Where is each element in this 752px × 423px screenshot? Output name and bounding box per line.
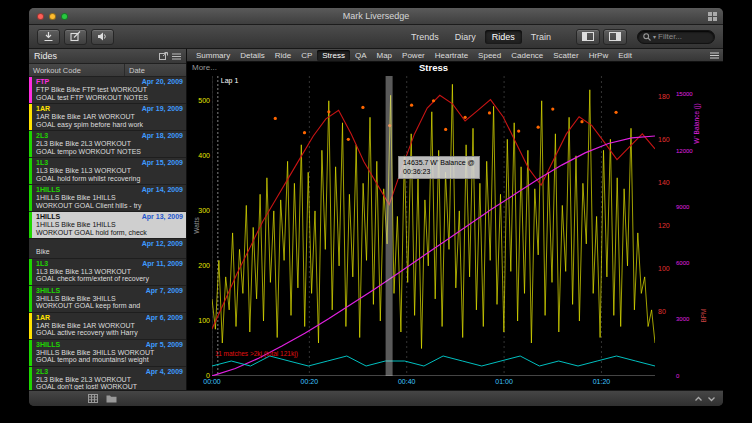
column-date[interactable]: Date	[125, 66, 186, 75]
analysis-tab-scatter[interactable]: Scatter	[548, 50, 583, 61]
ride-description: 2L3 Bike Bike 2L3 WORKOUT	[36, 140, 183, 148]
ride-entry[interactable]: 2L3Apr 18, 20092L3 Bike Bike 2L3 WORKOUT…	[29, 131, 186, 158]
ride-color-bar	[29, 212, 32, 238]
ride-entry[interactable]: Apr 12, 2009Bike	[29, 239, 186, 259]
ride-code: 3HILLS	[36, 287, 60, 295]
scroll-up-icon[interactable]	[694, 395, 703, 403]
column-workout-code[interactable]: Workout Code	[29, 64, 125, 76]
ride-description: 3HILLS Bike Bike 3HILLS	[36, 295, 183, 303]
sidebar-menu-icon[interactable]	[172, 53, 181, 60]
ride-color-bar	[29, 286, 32, 312]
ride-list-header: Workout Code Date	[29, 64, 186, 77]
hr-tick-label: 100	[658, 265, 678, 272]
tooltip-time: 00:36:23	[403, 168, 474, 177]
ride-entry[interactable]: 3HILLSApr 7, 20093HILLS Bike Bike 3HILLS…	[29, 286, 186, 313]
analysis-tab-stress[interactable]: Stress	[317, 50, 350, 61]
scroll-down-icon[interactable]	[707, 395, 716, 403]
ride-description: 1HILLS Bike Bike 1HILLS	[36, 194, 183, 202]
ride-description: GOAL don't get lost! WORKOUT	[36, 383, 183, 390]
titlebar[interactable]: Mark Liversedge	[29, 8, 723, 25]
ride-date: Apr 18, 2009	[142, 132, 183, 140]
ride-description: GOAL test FTP WORKOUT NOTES	[36, 94, 183, 102]
analysis-tab-map[interactable]: Map	[372, 50, 398, 61]
download-activity-button[interactable]	[37, 29, 60, 45]
ride-entry[interactable]: FTPApr 20, 2009FTP Bike Bike FTP test WO…	[29, 77, 186, 104]
ride-date: Apr 7, 2009	[146, 287, 183, 295]
view-tab-train[interactable]: Train	[524, 30, 558, 44]
sidebar-right-icon	[609, 32, 621, 41]
grid-view-icon[interactable]	[88, 394, 98, 403]
ride-color-bar	[29, 340, 32, 366]
ride-date: Apr 12, 2009	[142, 240, 183, 248]
view-tab-diary[interactable]: Diary	[448, 30, 483, 44]
toggle-lowbar-button[interactable]	[603, 29, 627, 45]
ride-description: GOAL check form/extent of recovery	[36, 275, 183, 283]
analysis-tab-speed[interactable]: Speed	[473, 50, 506, 61]
analysis-tab-power[interactable]: Power	[397, 50, 430, 61]
analysis-tab-details[interactable]: Details	[235, 50, 269, 61]
view-tab-rides[interactable]: Rides	[485, 30, 522, 44]
app-window: Mark Liversedge TrendsDiaryRidesTrain ▾	[29, 8, 723, 406]
stress-chart[interactable]: More... Stress Lap 1 Watts BPM W' Balanc…	[187, 62, 723, 390]
toggle-sidebar-button[interactable]	[576, 29, 600, 45]
sidebar: Rides Workout Code Date FTPApr 20, 2009F…	[29, 49, 187, 390]
search-icon	[643, 33, 651, 41]
ride-date: Apr 4, 2009	[146, 368, 183, 376]
ride-code: 2L3	[36, 132, 48, 140]
view-tabs: TrendsDiaryRidesTrain	[404, 30, 558, 44]
ride-entry[interactable]: 1ARApr 6, 20091AR Bike Bike 1AR WORKOUTG…	[29, 313, 186, 340]
ride-color-bar	[29, 367, 32, 391]
ride-date: Apr 6, 2009	[146, 314, 183, 322]
filter-box[interactable]: ▾	[637, 30, 715, 44]
power-tick-label: 100	[188, 317, 210, 324]
toolbar-toggle-icon[interactable]	[708, 12, 717, 21]
toolbar: TrendsDiaryRidesTrain ▾	[29, 25, 723, 49]
manual-activity-button[interactable]	[64, 29, 87, 45]
analysis-tab-ride[interactable]: Ride	[270, 50, 296, 61]
analysis-tab-edit[interactable]: Edit	[613, 50, 637, 61]
ride-entry[interactable]: 1ARApr 19, 20091AR Bike Bike 1AR WORKOUT…	[29, 104, 186, 131]
filter-input[interactable]	[658, 32, 709, 41]
ride-date: Apr 19, 2009	[142, 105, 183, 113]
x-tick-label: 01:20	[586, 378, 616, 385]
hr-tick-label: 120	[658, 222, 678, 229]
ride-entry[interactable]: 2L3Apr 4, 20092L3 Bike Bike 2L3 WORKOUTG…	[29, 367, 186, 391]
analysis-tab-hrpw[interactable]: HrPw	[584, 50, 614, 61]
ride-entry[interactable]: 3HILLSApr 5, 20093HILLS Bike Bike 3HILLS…	[29, 340, 186, 367]
analysis-tab-summary[interactable]: Summary	[191, 50, 235, 61]
folder-icon[interactable]	[106, 394, 117, 403]
ride-entry[interactable]: 1L3Apr 11, 20091L3 Bike Bike 1L3 WORKOUT…	[29, 259, 186, 286]
plot-canvas[interactable]	[212, 76, 655, 376]
ride-date: Apr 13, 2009	[142, 213, 183, 221]
ride-description: 1AR Bike Bike 1AR WORKOUT	[36, 113, 183, 121]
analysis-tab-cp[interactable]: CP	[296, 50, 317, 61]
ride-description: WORKOUT GOAL hold form, check	[36, 229, 183, 237]
ride-description: 1HILLS Bike Bike 1HILLS	[36, 221, 183, 229]
audio-button[interactable]	[91, 29, 114, 45]
ride-entry[interactable]: 1HILLSApr 14, 20091HILLS Bike Bike 1HILL…	[29, 185, 186, 212]
window-title: Mark Liversedge	[29, 11, 723, 21]
hr-tick-label: 80	[658, 308, 678, 315]
analysis-area: SummaryDetailsRideCPStressQAMapPowerHear…	[187, 49, 723, 390]
wbal-tick-label: 12000	[676, 148, 702, 154]
ride-color-bar	[29, 259, 32, 285]
analysis-tab-heartrate[interactable]: Heartrate	[430, 50, 473, 61]
analysis-tab-qa[interactable]: QA	[350, 50, 372, 61]
status-bar	[29, 390, 723, 406]
ride-color-bar	[29, 104, 32, 130]
sidebar-popout-icon[interactable]	[159, 52, 168, 60]
ride-entry[interactable]: 1L3Apr 15, 20091L3 Bike Bike 1L3 WORKOUT…	[29, 158, 186, 185]
speaker-icon	[97, 31, 108, 42]
search-scope-caret-icon[interactable]: ▾	[653, 33, 656, 40]
ride-description: GOAL easy spim before hard work	[36, 121, 183, 129]
ride-description: GOAL tempo and mountains! weight	[36, 356, 183, 364]
ride-date: Apr 11, 2009	[142, 260, 183, 268]
view-tab-trends[interactable]: Trends	[404, 30, 446, 44]
ride-date: Apr 20, 2009	[142, 78, 183, 86]
analysis-tab-cadence[interactable]: Cadence	[506, 50, 548, 61]
chart-menu-icon[interactable]	[710, 52, 719, 59]
ride-date: Apr 5, 2009	[146, 341, 183, 349]
ride-entry[interactable]: 1HILLSApr 13, 20091HILLS Bike Bike 1HILL…	[29, 212, 186, 239]
ride-color-bar	[29, 185, 32, 211]
ride-color-bar	[29, 313, 32, 339]
